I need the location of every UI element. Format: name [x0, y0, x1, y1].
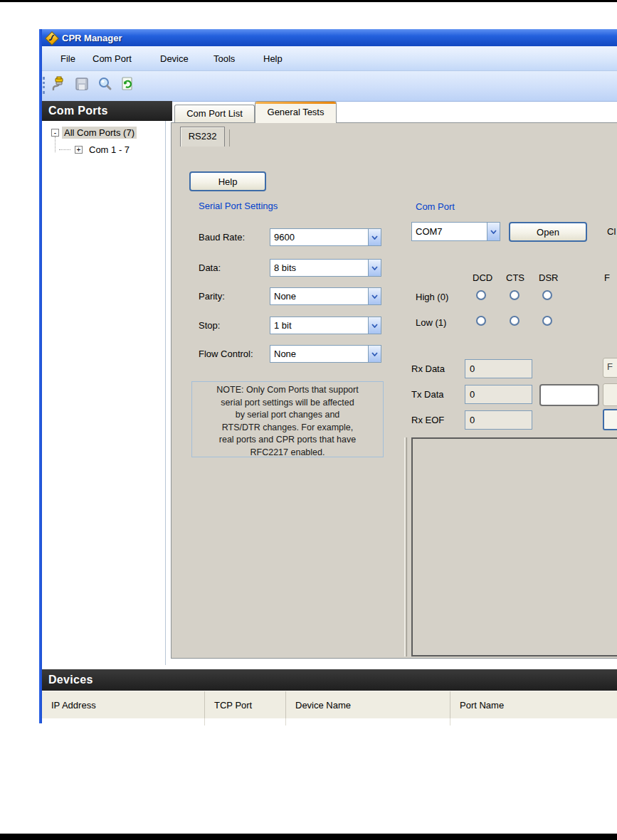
- com-port-connector-icon[interactable]: [49, 74, 69, 94]
- baud-rate-label: Baud Rate:: [199, 232, 245, 243]
- parity-label: Parity:: [199, 291, 225, 302]
- tx-data-label: Tx Data: [411, 389, 444, 400]
- clipped-button-bottom[interactable]: [603, 409, 617, 430]
- tree-expand-toggle[interactable]: +: [75, 146, 83, 154]
- radio-low-dsr[interactable]: [542, 316, 552, 326]
- chevron-down-icon: [368, 346, 381, 362]
- parity-select[interactable]: None: [270, 287, 381, 305]
- save-icon[interactable]: [72, 74, 92, 94]
- dcd-column-header: DCD: [473, 272, 492, 283]
- tab-rs232[interactable]: RS232: [180, 127, 225, 147]
- baud-rate-value: 9600: [270, 232, 368, 243]
- tree-item-com-1-7[interactable]: Com 1 - 7: [87, 144, 132, 156]
- clipped-column-header: F: [604, 272, 610, 283]
- empty-cell: [286, 718, 450, 725]
- toolbar-grip[interactable]: [43, 77, 47, 94]
- help-button[interactable]: Help: [189, 171, 266, 191]
- document-page: { "window": { "title": "CPR Manager" }, …: [0, 0, 617, 840]
- refresh-icon[interactable]: [117, 74, 137, 94]
- com-port-select[interactable]: COM7: [411, 222, 500, 241]
- dsr-column-header: DSR: [539, 272, 558, 283]
- close-button[interactable]: Cl: [607, 226, 616, 237]
- general-tests-panel: RS232 Help Serial Port Settings Baud Rat…: [171, 122, 617, 659]
- page-top-rule: [0, 0, 617, 2]
- data-bits-value: 8 bits: [270, 262, 368, 273]
- clipped-button-middle[interactable]: [603, 383, 617, 406]
- rx-eof-field: 0: [465, 410, 532, 430]
- empty-cell: [42, 718, 205, 725]
- radio-high-dcd[interactable]: [476, 290, 486, 300]
- cpr-manager-window: CPR Manager File Com Port Device Tools H…: [39, 29, 617, 723]
- panel-divider: [404, 437, 407, 656]
- menu-bar: File Com Port Device Tools Help: [39, 46, 617, 71]
- data-bits-label: Data:: [199, 262, 221, 273]
- low-row-label: Low (1): [416, 317, 446, 328]
- radio-low-dcd[interactable]: [476, 316, 486, 326]
- devices-table-header: IP Address TCP Port Device Name Port Nam…: [42, 691, 617, 719]
- data-bits-select[interactable]: 8 bits: [270, 259, 381, 277]
- cts-column-header: CTS: [506, 272, 524, 283]
- tab-com-port-list[interactable]: Com Port List: [174, 105, 255, 122]
- flow-control-label: Flow Control:: [199, 349, 253, 359]
- tab-general-tests[interactable]: General Tests: [255, 101, 337, 123]
- chevron-down-icon: [368, 229, 381, 245]
- open-button[interactable]: Open: [509, 222, 587, 242]
- serial-port-settings-title: Serial Port Settings: [199, 201, 278, 211]
- empty-cell: [205, 718, 286, 725]
- tree-item-all-com-ports[interactable]: All Com Ports (7): [62, 127, 137, 139]
- clipped-button-top[interactable]: F: [603, 358, 617, 378]
- stop-bits-select[interactable]: 1 bit: [270, 317, 381, 334]
- column-header-ip-address[interactable]: IP Address: [42, 691, 205, 719]
- empty-cell: [450, 718, 617, 725]
- devices-panel-title: Devices: [48, 674, 93, 686]
- stop-bits-value: 1 bit: [270, 320, 368, 331]
- menu-tools[interactable]: Tools: [211, 52, 238, 65]
- rx-eof-label: Rx EOF: [411, 415, 444, 425]
- flow-control-value: None: [270, 349, 368, 359]
- com-ports-tree: - All Com Ports (7) + Com 1 - 7: [42, 121, 166, 665]
- com-ports-panel-title: Com Ports: [48, 105, 108, 117]
- app-logo-icon: [46, 32, 58, 44]
- baud-rate-select[interactable]: 9600: [270, 228, 381, 246]
- radio-high-cts[interactable]: [510, 290, 520, 300]
- devices-panel-header: Devices: [42, 669, 617, 691]
- com-port-value: COM7: [412, 226, 487, 237]
- tx-data-input[interactable]: [539, 384, 599, 406]
- menu-com-port[interactable]: Com Port: [90, 52, 135, 65]
- chevron-down-icon: [368, 317, 381, 334]
- chevron-down-icon: [368, 260, 381, 276]
- page-bottom-rule: [0, 834, 617, 840]
- tool-bar: [39, 71, 617, 102]
- flow-control-select[interactable]: None: [270, 345, 381, 363]
- chevron-down-icon: [368, 288, 381, 304]
- radio-low-cts[interactable]: [510, 316, 520, 326]
- com-port-section-title: Com Port: [416, 201, 455, 212]
- rx-data-label: Rx Data: [411, 363, 445, 374]
- column-header-tcp-port[interactable]: TCP Port: [205, 691, 286, 719]
- devices-table-body: [42, 718, 617, 725]
- radio-high-dsr[interactable]: [542, 290, 552, 300]
- menu-file[interactable]: File: [58, 52, 78, 65]
- chevron-down-icon: [487, 223, 500, 240]
- parity-value: None: [270, 291, 368, 302]
- column-header-device-name[interactable]: Device Name: [286, 691, 450, 719]
- tree-collapse-toggle[interactable]: -: [51, 129, 59, 137]
- title-bar[interactable]: CPR Manager: [39, 29, 617, 46]
- com-ports-panel-header: Com Ports: [42, 101, 172, 121]
- search-icon[interactable]: [95, 74, 115, 94]
- column-header-port-name[interactable]: Port Name: [450, 691, 617, 719]
- stop-bits-label: Stop:: [199, 320, 220, 331]
- serial-settings-note: NOTE: Only Com Ports that support serial…: [191, 381, 384, 457]
- window-title: CPR Manager: [62, 33, 122, 43]
- tx-data-field: 0: [465, 385, 532, 404]
- tree-connector: [59, 149, 70, 150]
- menu-help[interactable]: Help: [260, 52, 285, 65]
- tree-connector: [55, 137, 56, 152]
- rx-data-field: 0: [465, 359, 532, 378]
- terminal-output-area[interactable]: [411, 437, 617, 656]
- menu-device[interactable]: Device: [157, 52, 191, 65]
- high-row-label: High (0): [416, 292, 448, 302]
